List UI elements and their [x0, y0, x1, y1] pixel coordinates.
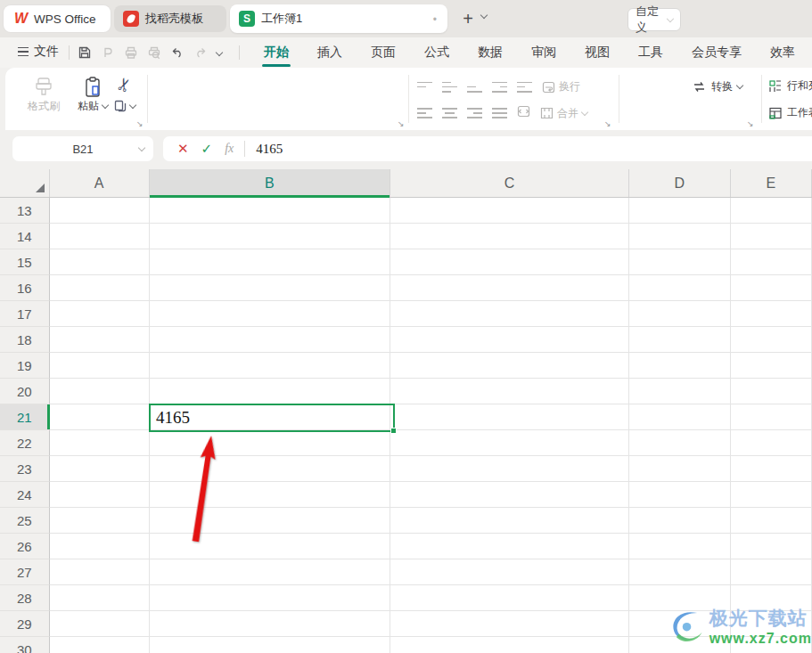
row-header-24[interactable]: 24 — [0, 482, 50, 508]
cell-C21[interactable] — [390, 404, 629, 430]
cell-B13[interactable] — [150, 198, 391, 224]
cell-C20[interactable] — [390, 379, 629, 404]
ribbon-tab-公式[interactable]: 公式 — [410, 37, 463, 68]
cell-D20[interactable] — [629, 379, 731, 404]
cell-C17[interactable] — [390, 301, 629, 327]
cell-E26[interactable] — [731, 534, 812, 559]
cell-E23[interactable] — [731, 456, 812, 482]
column-header-D[interactable]: D — [629, 169, 731, 197]
cell-C15[interactable] — [390, 249, 629, 275]
cell-E20[interactable] — [731, 379, 812, 404]
cell-A16[interactable] — [50, 275, 150, 301]
cell-D25[interactable] — [629, 508, 731, 534]
align-left-icon[interactable] — [417, 107, 432, 119]
cell-B29[interactable] — [150, 611, 391, 637]
cell-B19[interactable] — [150, 353, 391, 379]
column-header-A[interactable]: A — [50, 169, 150, 197]
cell-A24[interactable] — [50, 482, 150, 508]
cell-E13[interactable] — [731, 198, 812, 224]
formula-input-value[interactable]: 4165 — [256, 142, 283, 157]
font-expand-icon[interactable]: ↘ — [398, 119, 405, 128]
merge-cells-button[interactable]: 合并 — [540, 106, 587, 121]
copy-button[interactable] — [113, 99, 135, 113]
cancel-entry-icon[interactable]: ✕ — [177, 141, 189, 157]
cell-D13[interactable] — [629, 198, 731, 224]
cell-D14[interactable] — [629, 224, 731, 249]
cell-B24[interactable] — [150, 482, 391, 508]
file-menu-button[interactable]: 文件 — [18, 44, 59, 60]
paste-button[interactable]: 粘贴 — [71, 76, 114, 114]
align-bottom-icon[interactable] — [467, 81, 482, 94]
row-header-17[interactable]: 17 — [0, 301, 50, 327]
merge-chevron-icon[interactable] — [581, 108, 588, 115]
ribbon-tab-页面[interactable]: 页面 — [357, 37, 410, 68]
cell-B14[interactable] — [150, 224, 391, 249]
row-header-18[interactable]: 18 — [0, 327, 50, 353]
column-header-E[interactable]: E — [731, 169, 812, 197]
cell-A17[interactable] — [50, 301, 150, 327]
cell-D24[interactable] — [629, 482, 731, 508]
cell-C14[interactable] — [390, 224, 629, 249]
workbook-tab[interactable]: S 工作簿1 • — [230, 4, 447, 33]
cell-D18[interactable] — [629, 327, 731, 353]
row-header-19[interactable]: 19 — [0, 353, 50, 379]
cell-E22[interactable] — [731, 430, 812, 456]
print-preview-button[interactable] — [144, 44, 164, 61]
cell-B30[interactable] — [150, 637, 391, 653]
row-header-25[interactable]: 25 — [0, 508, 50, 534]
save-button[interactable] — [75, 44, 94, 61]
cell-D23[interactable] — [629, 456, 731, 482]
ribbon-tab-效率[interactable]: 效率 — [756, 37, 809, 68]
cut-button[interactable]: ✂ — [111, 74, 137, 113]
align-top-icon[interactable] — [417, 81, 432, 94]
cell-C19[interactable] — [390, 353, 629, 379]
cell-A22[interactable] — [50, 430, 150, 456]
name-box[interactable]: B21 — [12, 136, 153, 161]
active-cell-selection[interactable]: 4165 — [149, 404, 395, 432]
cell-C25[interactable] — [390, 508, 629, 534]
ribbon-tab-会员专享[interactable]: 会员专享 — [677, 37, 756, 68]
cell-C23[interactable] — [390, 456, 629, 482]
cell-A21[interactable] — [50, 404, 150, 430]
cell-E24[interactable] — [731, 482, 812, 508]
row-header-15[interactable]: 15 — [0, 249, 50, 275]
cell-D21[interactable] — [629, 404, 731, 430]
cell-E21[interactable] — [731, 404, 812, 430]
cell-B15[interactable] — [150, 249, 391, 275]
cell-D26[interactable] — [629, 534, 731, 559]
increase-indent-icon[interactable] — [517, 81, 532, 94]
formula-input-area[interactable]: ✕ ✓ fx 4165 — [163, 136, 812, 161]
clipboard-expand-icon[interactable]: ↘ — [136, 119, 144, 128]
cell-B20[interactable] — [150, 379, 391, 404]
fill-handle[interactable] — [390, 428, 397, 434]
wrap-text-button[interactable]: 换行 — [542, 79, 580, 94]
row-header-20[interactable]: 20 — [0, 379, 50, 404]
cell-B26[interactable] — [150, 534, 391, 559]
cell-C29[interactable] — [390, 611, 629, 637]
cell-E15[interactable] — [731, 249, 812, 275]
sheet-grid[interactable]: 131415161718192021222324252627282930 — [0, 198, 812, 653]
row-header-14[interactable]: 14 — [0, 224, 50, 249]
cell-A20[interactable] — [50, 379, 150, 404]
cell-A18[interactable] — [50, 327, 150, 353]
ribbon-tab-工具[interactable]: 工具 — [624, 37, 677, 68]
ribbon-tab-视图[interactable]: 视图 — [570, 37, 624, 68]
cell-E16[interactable] — [731, 275, 812, 301]
cell-A13[interactable] — [50, 198, 150, 224]
row-header-27[interactable]: 27 — [0, 559, 50, 585]
cell-E17[interactable] — [731, 301, 812, 327]
select-all-corner[interactable] — [0, 169, 50, 197]
cell-C30[interactable] — [390, 637, 629, 653]
insert-function-icon[interactable]: fx — [225, 142, 234, 156]
cell-E19[interactable] — [731, 353, 812, 379]
cell-B22[interactable] — [150, 430, 391, 456]
number-format-select[interactable]: 自定义 — [627, 8, 681, 31]
paste-chevron-icon[interactable] — [102, 102, 109, 109]
export-pdf-button[interactable] — [98, 44, 118, 61]
align-right-icon[interactable] — [467, 107, 482, 119]
new-tab-button[interactable]: + — [456, 7, 480, 30]
name-box-chevron-icon[interactable] — [138, 143, 145, 151]
cell-A23[interactable] — [50, 456, 150, 482]
row-header-28[interactable]: 28 — [0, 585, 50, 611]
text-orientation-icon[interactable] — [517, 105, 530, 121]
